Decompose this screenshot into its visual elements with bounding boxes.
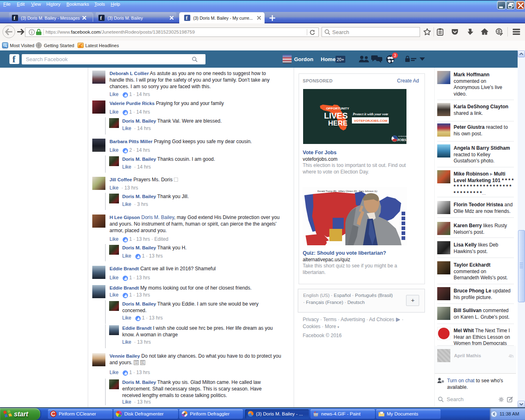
svg-text:JOBS: JOBS xyxy=(397,138,406,142)
svg-text:Gary Johnson (L): Gary Johnson (L) xyxy=(359,190,377,192)
svg-text:Protect it with your vote: Protect it with your vote xyxy=(353,112,388,116)
svg-text:VOTEFORJOBS.COM: VOTEFORJOBS.COM xyxy=(354,119,388,123)
svg-text:OPPORTUNITY: OPPORTUNITY xyxy=(326,107,349,110)
svg-text:Donald Trump (R): Donald Trump (R) xyxy=(317,190,336,192)
svg-text:VOTE FOR: VOTE FOR xyxy=(398,135,406,137)
svg-text:LIVES: LIVES xyxy=(324,111,348,120)
svg-text:HERE: HERE xyxy=(328,119,347,127)
svg-text:Hillary Clinton (D): Hillary Clinton (D) xyxy=(338,190,357,192)
